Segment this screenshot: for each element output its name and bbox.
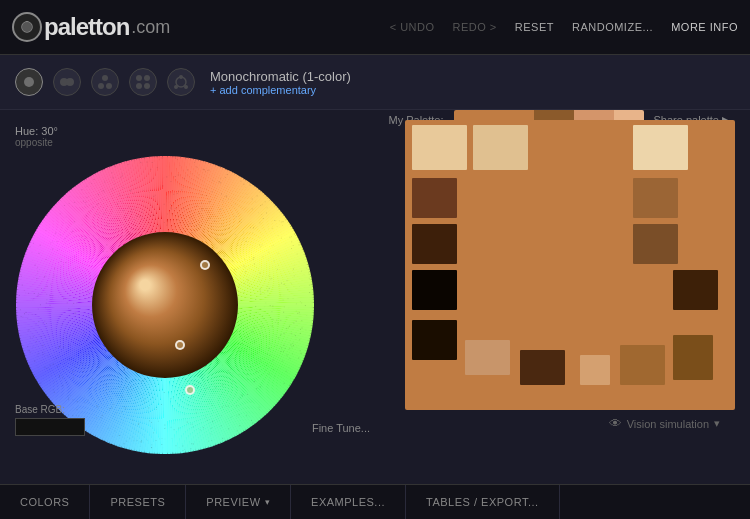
vision-simulation-button[interactable]: 👁 Vision simulation ▾ bbox=[405, 416, 720, 431]
svg-point-14 bbox=[184, 85, 188, 89]
color-preview-grid bbox=[405, 120, 735, 410]
base-rgb-label: Base RGB: bbox=[15, 404, 85, 415]
tables-tab[interactable]: TABLES / EXPORT... bbox=[406, 485, 560, 519]
preview-tab[interactable]: PREVIEW ▾ bbox=[186, 485, 291, 519]
colors-tab[interactable]: COLORS bbox=[0, 485, 90, 519]
randomize-button[interactable]: RANDOMIZE... bbox=[572, 21, 653, 33]
preview-swatch bbox=[673, 270, 718, 310]
preview-swatch bbox=[620, 345, 665, 385]
hue-value: Hue: 30° bbox=[15, 125, 58, 137]
presets-tab[interactable]: PRESETS bbox=[90, 485, 186, 519]
logo: paletton .com bbox=[12, 12, 170, 42]
scheme-triad[interactable] bbox=[91, 68, 119, 96]
logo-icon bbox=[12, 12, 42, 42]
nav-actions: < UNDO REDO > RESET RANDOMIZE... MORE IN… bbox=[390, 21, 738, 33]
wheel-dot-3[interactable] bbox=[185, 385, 195, 395]
scheme-title: Monochromatic (1-color) bbox=[210, 69, 351, 84]
preview-swatch bbox=[412, 178, 457, 218]
scheme-adjacent[interactable] bbox=[53, 68, 81, 96]
fine-tune-button[interactable]: Fine Tune... bbox=[312, 422, 370, 434]
preview-arrow: ▾ bbox=[265, 497, 271, 507]
hue-opposite: opposite bbox=[15, 137, 58, 148]
wheel-dot-1[interactable] bbox=[200, 260, 210, 270]
examples-tab[interactable]: EXAMPLES... bbox=[291, 485, 406, 519]
preview-swatch bbox=[412, 320, 457, 360]
vision-sim-arrow: ▾ bbox=[714, 417, 720, 430]
reset-button[interactable]: RESET bbox=[515, 21, 554, 33]
scheme-sub[interactable]: + add complementary bbox=[210, 84, 351, 96]
svg-point-1 bbox=[25, 21, 29, 25]
svg-point-6 bbox=[98, 83, 104, 89]
bottombar: COLORS PRESETS PREVIEW ▾ EXAMPLES... TAB… bbox=[0, 484, 750, 519]
svg-point-5 bbox=[102, 75, 108, 81]
topbar: paletton .com < UNDO REDO > RESET RANDOM… bbox=[0, 0, 750, 55]
more-info-button[interactable]: MORE INFO bbox=[671, 21, 738, 33]
svg-point-2 bbox=[24, 77, 34, 87]
svg-point-15 bbox=[174, 85, 178, 89]
scheme-tetrad[interactable] bbox=[129, 68, 157, 96]
wheel-dot-2[interactable] bbox=[175, 340, 185, 350]
base-rgb: Base RGB: C07C43 bbox=[15, 404, 85, 436]
preview-swatch bbox=[633, 178, 678, 218]
hue-label: Hue: 30° opposite bbox=[15, 125, 58, 148]
left-panel: Hue: 30° opposite Base RGB: C07C43 Fine … bbox=[0, 110, 390, 484]
logo-text: paletton bbox=[44, 13, 129, 41]
logo-com: .com bbox=[131, 17, 170, 38]
preview-swatch bbox=[473, 125, 528, 170]
preview-swatch bbox=[580, 355, 610, 385]
scheme-label: Monochromatic (1-color) + add complement… bbox=[210, 69, 351, 96]
svg-point-10 bbox=[136, 83, 142, 89]
preview-swatch bbox=[633, 125, 688, 170]
main-area: Hue: 30° opposite Base RGB: C07C43 Fine … bbox=[0, 110, 750, 484]
eye-icon: 👁 bbox=[609, 416, 622, 431]
redo-button[interactable]: REDO > bbox=[453, 21, 497, 33]
preview-swatch bbox=[412, 125, 467, 170]
svg-point-7 bbox=[106, 83, 112, 89]
base-rgb-input[interactable]: C07C43 bbox=[15, 418, 85, 436]
svg-point-8 bbox=[136, 75, 142, 81]
svg-point-9 bbox=[144, 75, 150, 81]
preview-swatch bbox=[412, 224, 457, 264]
schemebar: Monochromatic (1-color) + add complement… bbox=[0, 55, 750, 110]
svg-point-11 bbox=[144, 83, 150, 89]
scheme-icons bbox=[15, 68, 195, 96]
preview-swatch bbox=[412, 270, 457, 310]
right-panel: 👁 Vision simulation ▾ bbox=[390, 110, 750, 484]
svg-point-13 bbox=[179, 75, 183, 79]
undo-button[interactable]: < UNDO bbox=[390, 21, 435, 33]
preview-swatch bbox=[673, 335, 713, 380]
scheme-monochromatic[interactable] bbox=[15, 68, 43, 96]
preview-swatch bbox=[633, 224, 678, 264]
svg-point-4 bbox=[66, 78, 74, 86]
preview-swatch bbox=[465, 340, 510, 375]
preview-swatch bbox=[520, 350, 565, 385]
vision-sim-label: Vision simulation bbox=[627, 418, 709, 430]
scheme-freeform[interactable] bbox=[167, 68, 195, 96]
svg-point-0 bbox=[22, 22, 32, 32]
